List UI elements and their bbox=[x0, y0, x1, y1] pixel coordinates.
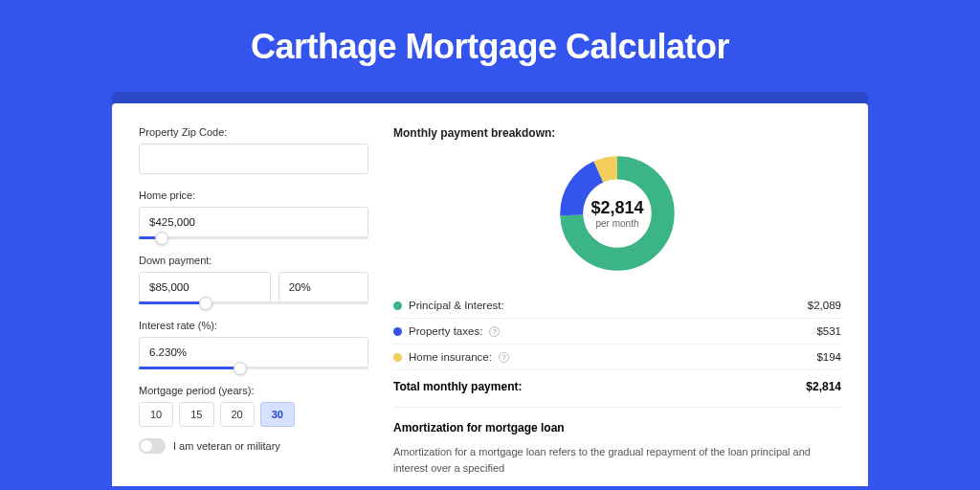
breakdown-title: Monthly payment breakdown: bbox=[393, 126, 841, 140]
legend-value: $194 bbox=[816, 351, 841, 363]
veteran-label: I am veteran or military bbox=[173, 440, 280, 452]
zip-field: Property Zip Code: bbox=[139, 126, 368, 174]
slider-fill bbox=[139, 301, 206, 304]
page-title: Carthage Mortgage Calculator bbox=[0, 27, 980, 67]
interest-slider[interactable] bbox=[139, 367, 368, 369]
slider-thumb[interactable] bbox=[155, 232, 168, 245]
veteran-row: I am veteran or military bbox=[139, 438, 368, 454]
amortization-title: Amortization for mortgage loan bbox=[393, 421, 841, 434]
legend: Principal & Interest:$2,089Property taxe… bbox=[393, 293, 841, 370]
home-price-slider[interactable] bbox=[139, 236, 368, 239]
total-label: Total monthly payment: bbox=[393, 380, 522, 393]
calculator-card: Property Zip Code: Home price: Down paym… bbox=[112, 103, 868, 486]
period-button-10[interactable]: 10 bbox=[139, 402, 173, 427]
interest-label: Interest rate (%): bbox=[139, 320, 368, 331]
home-price-label: Home price: bbox=[139, 189, 368, 201]
zip-input[interactable] bbox=[139, 144, 368, 174]
slider-fill bbox=[139, 367, 240, 369]
legend-dot bbox=[393, 301, 402, 310]
legend-row: Property taxes:?$531 bbox=[393, 319, 841, 345]
legend-row: Principal & Interest:$2,089 bbox=[393, 293, 841, 319]
inputs-panel: Property Zip Code: Home price: Down paym… bbox=[139, 126, 368, 486]
legend-label: Principal & Interest: bbox=[409, 300, 504, 311]
interest-input[interactable] bbox=[139, 337, 368, 368]
legend-value: $531 bbox=[816, 325, 841, 337]
donut-amount: $2,814 bbox=[590, 198, 643, 218]
donut-chart-wrap: $2,814 per month bbox=[393, 153, 841, 274]
home-price-input[interactable] bbox=[139, 207, 368, 237]
period-button-20[interactable]: 20 bbox=[220, 402, 255, 427]
legend-label: Property taxes: bbox=[409, 325, 482, 337]
down-payment-slider[interactable] bbox=[139, 301, 368, 304]
down-payment-field: Down payment: bbox=[139, 255, 368, 304]
veteran-toggle[interactable] bbox=[139, 438, 166, 454]
zip-label: Property Zip Code: bbox=[139, 126, 368, 138]
calculator-frame: Property Zip Code: Home price: Down paym… bbox=[112, 92, 868, 486]
period-label: Mortgage period (years): bbox=[139, 385, 368, 396]
interest-field: Interest rate (%): bbox=[139, 320, 368, 369]
legend-row: Home insurance:?$194 bbox=[393, 345, 841, 370]
info-icon[interactable]: ? bbox=[489, 326, 500, 337]
legend-label: Home insurance: bbox=[409, 351, 492, 363]
slider-thumb[interactable] bbox=[199, 297, 212, 310]
period-buttons: 10152030 bbox=[139, 402, 368, 427]
period-field: Mortgage period (years): 10152030 bbox=[139, 385, 368, 427]
donut-chart: $2,814 per month bbox=[557, 153, 678, 274]
donut-sub: per month bbox=[595, 218, 638, 229]
slider-thumb[interactable] bbox=[234, 362, 247, 375]
legend-value: $2,089 bbox=[808, 300, 841, 311]
period-button-30[interactable]: 30 bbox=[260, 402, 295, 427]
home-price-field: Home price: bbox=[139, 189, 368, 239]
legend-dot bbox=[393, 353, 402, 362]
amortization-text: Amortization for a mortgage loan refers … bbox=[393, 444, 841, 476]
donut-center: $2,814 per month bbox=[557, 153, 678, 274]
down-payment-pct-input[interactable] bbox=[278, 272, 368, 302]
total-value: $2,814 bbox=[806, 380, 841, 393]
down-payment-label: Down payment: bbox=[139, 255, 368, 266]
info-icon[interactable]: ? bbox=[499, 352, 509, 363]
amortization-block: Amortization for mortgage loan Amortizat… bbox=[393, 407, 841, 476]
legend-dot bbox=[393, 327, 402, 336]
breakdown-panel: Monthly payment breakdown: $2,814 per mo… bbox=[393, 126, 841, 486]
period-button-15[interactable]: 15 bbox=[179, 402, 213, 427]
total-row: Total monthly payment: $2,814 bbox=[393, 370, 841, 407]
